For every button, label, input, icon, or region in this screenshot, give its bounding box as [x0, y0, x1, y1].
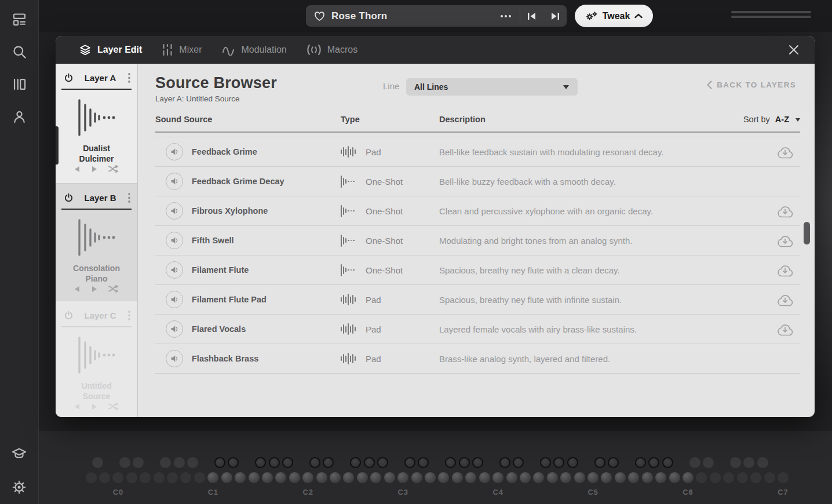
key-dot-D2[interactable] — [316, 472, 327, 483]
home-dashboard-icon[interactable] — [6, 6, 32, 32]
key-dot-Fsharp5[interactable] — [635, 457, 646, 468]
key-dot-Fsharp3[interactable] — [445, 457, 456, 468]
power-icon[interactable] — [64, 193, 74, 203]
key-dot-Asharp5[interactable] — [662, 457, 673, 468]
key-dot-B-1[interactable] — [99, 472, 110, 483]
key-dot-Asharp2[interactable] — [377, 457, 388, 468]
preset-name[interactable]: Rose Thorn — [331, 10, 492, 22]
key-dot-A0[interactable] — [180, 472, 191, 483]
keyboard-dots[interactable]: C0C1C2C3C4C5C6C7 — [0, 432, 832, 504]
next-source-icon[interactable] — [90, 402, 99, 411]
audition-speaker-icon[interactable] — [166, 350, 183, 367]
learn-icon[interactable] — [6, 440, 32, 467]
key-dot-Csharp6[interactable] — [689, 457, 700, 468]
line-filter-select[interactable]: All Lines — [406, 78, 578, 96]
sort-dropdown[interactable]: Sort by A-Z — [743, 115, 800, 124]
source-row[interactable]: Filament Flute One-Shot Spacious, breath… — [155, 255, 800, 285]
key-dot-Asharp4[interactable] — [567, 457, 578, 468]
key-dot-C6[interactable] — [683, 472, 694, 483]
key-dot-E4[interactable] — [520, 472, 531, 483]
settings-gear-icon[interactable] — [6, 474, 32, 501]
key-dot-G6[interactable] — [737, 472, 748, 483]
key-dot-B0[interactable] — [194, 472, 205, 483]
previous-source-icon[interactable] — [72, 402, 82, 411]
key-dot-Gsharp6[interactable] — [743, 457, 754, 468]
key-dot-A2[interactable] — [370, 472, 381, 483]
layer-card-c[interactable]: Layer C Untitled Source — [56, 301, 137, 417]
key-dot-F0[interactable] — [154, 472, 165, 483]
key-dot-E3[interactable] — [425, 472, 436, 483]
preset-pill[interactable]: Rose Thorn — [306, 5, 567, 27]
key-dot-C5[interactable] — [587, 472, 599, 483]
shuffle-icon[interactable] — [107, 284, 121, 294]
key-dot-C2[interactable] — [302, 472, 313, 483]
key-dot-F3[interactable] — [438, 472, 449, 483]
key-dot-D0[interactable] — [126, 472, 137, 483]
tab-modulation[interactable]: Modulation — [221, 44, 286, 56]
key-dot-C4[interactable] — [492, 472, 503, 483]
key-dot-Dsharp6[interactable] — [703, 457, 714, 468]
kebab-menu-icon[interactable] — [127, 309, 132, 322]
audition-speaker-icon[interactable] — [166, 202, 183, 220]
source-row[interactable]: Fifth Swell One-Shot Modulating and brig… — [155, 226, 800, 255]
key-dot-G4[interactable] — [547, 472, 558, 483]
audition-speaker-icon[interactable] — [166, 173, 183, 190]
previous-preset-icon[interactable] — [520, 12, 543, 20]
key-dot-C7[interactable] — [778, 472, 789, 483]
next-source-icon[interactable] — [90, 284, 99, 294]
kebab-menu-icon[interactable] — [127, 192, 132, 204]
key-dot-F6[interactable] — [723, 472, 734, 483]
key-dot-Fsharp4[interactable] — [540, 457, 551, 468]
search-icon[interactable] — [6, 38, 32, 65]
kebab-menu-icon[interactable] — [127, 72, 132, 84]
key-dot-Csharp5[interactable] — [594, 457, 605, 468]
key-dot-Dsharp2[interactable] — [323, 457, 334, 468]
key-dot-Asharp0[interactable] — [187, 457, 198, 468]
next-preset-icon[interactable] — [543, 12, 567, 20]
key-dot-D6[interactable] — [696, 472, 707, 483]
download-cloud-icon[interactable] — [773, 320, 791, 339]
key-dot-B6[interactable] — [764, 472, 775, 483]
key-dot-B2[interactable] — [384, 472, 395, 483]
key-dot-Gsharp1[interactable] — [269, 457, 280, 468]
layer-card-b[interactable]: Layer B Consolation Piano — [56, 184, 137, 301]
key-dot-Fsharp6[interactable] — [730, 457, 741, 468]
source-row[interactable]: Feedback Grime Pad Bell-like feedback su… — [155, 137, 800, 167]
audition-speaker-icon[interactable] — [166, 232, 183, 249]
key-dot-A3[interactable] — [465, 472, 476, 483]
source-row[interactable]: Flared Vocals Pad Layered female vocals … — [155, 315, 800, 344]
download-cloud-icon[interactable] — [773, 232, 791, 250]
key-dot-E5[interactable] — [615, 472, 626, 483]
key-dot-E6[interactable] — [710, 472, 721, 483]
key-dot-E2[interactable] — [330, 472, 341, 483]
source-row[interactable]: Flashback Brass Pad Brass-like analog sy… — [155, 344, 800, 374]
key-dot-F1[interactable] — [249, 472, 260, 483]
key-dot-E0[interactable] — [140, 472, 151, 483]
key-dot-Gsharp0[interactable] — [174, 457, 185, 468]
previous-source-icon[interactable] — [72, 165, 82, 174]
next-source-icon[interactable] — [90, 165, 99, 174]
tab-layer-edit[interactable]: Layer Edit — [79, 43, 142, 56]
key-dot-Gsharp5[interactable] — [648, 457, 659, 468]
key-dot-F2[interactable] — [343, 472, 354, 483]
shuffle-icon[interactable] — [107, 401, 121, 411]
key-dot-C3[interactable] — [397, 472, 408, 483]
key-dot-Asharp6[interactable] — [757, 457, 768, 468]
key-dot-Csharp0[interactable] — [119, 457, 130, 468]
key-dot-Fsharp1[interactable] — [255, 457, 266, 468]
key-dot-A4[interactable] — [560, 472, 571, 483]
key-dot-E1[interactable] — [235, 472, 246, 483]
power-icon[interactable] — [64, 73, 74, 83]
key-dot-Gsharp4[interactable] — [553, 457, 564, 468]
previous-source-icon[interactable] — [72, 284, 82, 294]
key-dot-G1[interactable] — [262, 472, 273, 483]
key-dot-G5[interactable] — [642, 472, 653, 483]
key-dot-B4[interactable] — [574, 472, 585, 483]
key-dot-Asharp-1[interactable] — [92, 457, 103, 468]
key-dot-Asharp1[interactable] — [282, 457, 293, 468]
user-account-icon[interactable] — [6, 103, 32, 130]
download-cloud-icon[interactable] — [773, 143, 791, 162]
tab-macros[interactable]: Macros — [306, 44, 357, 56]
key-dot-G0[interactable] — [167, 472, 178, 483]
download-cloud-icon[interactable] — [773, 261, 791, 280]
